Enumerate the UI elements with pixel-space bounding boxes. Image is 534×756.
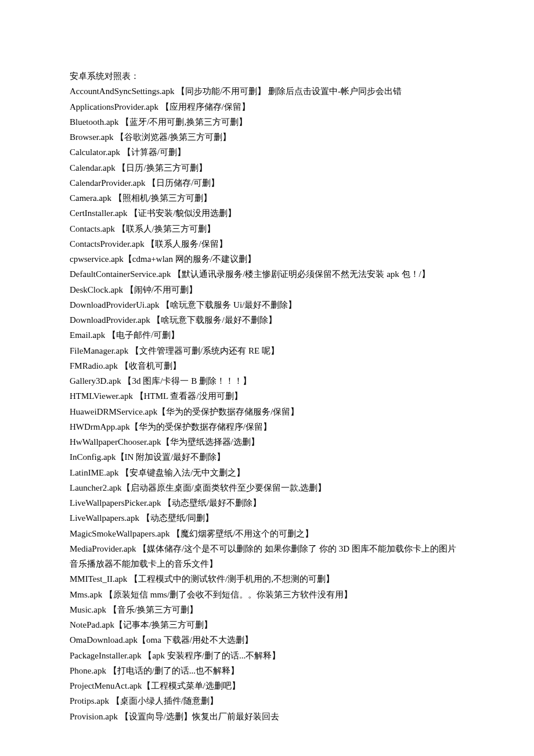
apk-entry-line: cpwservice.apk【cdma+wlan 网的服务/不建议删】 [70,251,464,267]
apk-entry-line: Calendar.apk 【日历/换第三方可删】 [70,160,464,175]
apk-entry-line: Email.apk 【电子邮件/可删】 [70,327,464,343]
apk-entry-line: Gallery3D.apk 【3d 图库/卡得一 B 删除！！！】 [70,373,464,388]
apk-entry-line: FileManager.apk 【文件管理器可删/系统内还有 RE 呢】 [70,343,464,358]
apk-entry-line: FMRadio.apk 【收音机可删】 [70,358,464,373]
apk-entry-line: Phone.apk 【打电话的/删了的话...也不解释】 [70,663,464,678]
apk-entry-line: DeskClock.apk 【闹钟/不用可删】 [70,282,464,297]
apk-entry-line: Music.apk 【音乐/换第三方可删】 [70,602,464,617]
apk-entry-line: Protips.apk 【桌面小绿人插件/随意删】 [70,693,464,708]
apk-entry-line: ApplicationsProvider.apk 【应用程序储存/保留】 [70,99,464,114]
apk-entry-line: DefaultContainerService.apk 【默认通讯录服务/楼主惨… [70,267,464,282]
document-page: 安卓系统对照表： AccountAndSyncSettings.apk 【同步功… [0,0,534,756]
lines-container: AccountAndSyncSettings.apk 【同步功能/不用可删】 删… [70,84,464,724]
apk-entry-line: CalendarProvider.apk 【日历储存/可删】 [70,175,464,190]
apk-entry-line: ContactsProvider.apk 【联系人服务/保留】 [70,236,464,251]
apk-entry-line: PackageInstaller.apk 【apk 安装程序/删了的话...不解… [70,648,464,663]
apk-entry-line: Contacts.apk 【联系人/换第三方可删】 [70,221,464,236]
apk-entry-line: CertInstaller.apk 【证书安装/貌似没用选删】 [70,206,464,221]
apk-entry-line: DownloadProviderUi.apk 【啥玩意下载服务 Ui/最好不删除… [70,297,464,312]
apk-entry-line: LiveWallpapers.apk 【动态壁纸/同删】 [70,510,464,525]
apk-entry-line: Provision.apk 【设置向导/选删】恢复出厂前最好装回去 [70,709,464,724]
apk-entry-line: NotePad.apk【记事本/换第三方可删】 [70,617,464,632]
apk-entry-line: Launcher2.apk【启动器原生桌面/桌面类软件至少要保留一款,选删】 [70,480,464,495]
apk-entry-line: HwWallpaperChooser.apk【华为壁纸选择器/选删】 [70,434,464,449]
apk-entry-line: Camera.apk 【照相机/换第三方可删】 [70,190,464,206]
apk-entry-line: HuaweiDRMService.apk【华为的受保护数据存储服务/保留】 [70,404,464,419]
apk-entry-line: Calculator.apk 【计算器/可删】 [70,145,464,160]
apk-entry-line: AccountAndSyncSettings.apk 【同步功能/不用可删】 删… [70,84,464,99]
apk-entry-line: LiveWallpapersPicker.apk 【动态壁纸/最好不删除】 [70,495,464,510]
apk-entry-line: MMITest_II.apk 【工程模式中的测试软件/测手机用的,不想测的可删】 [70,571,464,586]
page-title: 安卓系统对照表： [70,69,464,84]
apk-entry-line: LatinIME.apk 【安卓键盘输入法/无中文删之】 [70,465,464,480]
apk-entry-line: HTMLViewer.apk 【HTML 查看器/没用可删】 [70,388,464,404]
apk-entry-line: ProjectMenuAct.apk【工程模式菜单/选删吧】 [70,678,464,693]
apk-entry-line: Bluetooth.apk 【蓝牙/不用可删,换第三方可删】 [70,114,464,129]
apk-entry-line: Mms.apk 【原装短信 mms/删了会收不到短信。。你装第三方软件没有用】 [70,587,464,602]
apk-entry-line: MagicSmokeWallpapers.apk 【魔幻烟雾壁纸/不用这个的可删… [70,526,464,541]
apk-entry-line: Browser.apk 【谷歌浏览器/换第三方可删】 [70,129,464,145]
apk-entry-line: DownloadProvider.apk 【啥玩意下载服务/最好不删除】 [70,312,464,327]
apk-entry-line: OmaDownload.apk【oma 下载器/用处不大选删】 [70,632,464,647]
apk-entry-line: HWDrmApp.apk【华为的受保护数据存储程序/保留】 [70,419,464,434]
apk-entry-line: InConfig.apk【IN 附加设置/最好不删除】 [70,449,464,465]
apk-entry-line: MediaProvider.apk 【媒体储存/这个是不可以删除的 如果你删除了… [70,541,464,572]
